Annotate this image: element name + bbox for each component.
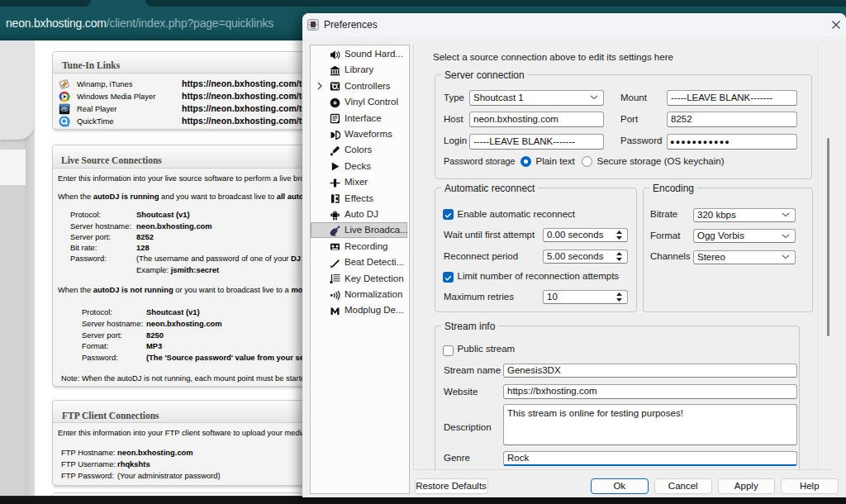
svg-text:real: real [62, 107, 67, 111]
